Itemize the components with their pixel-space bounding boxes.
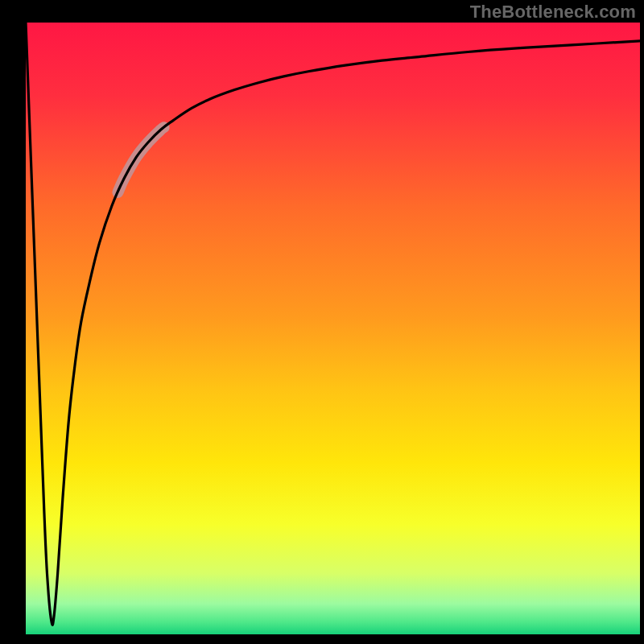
chart-container: TheBottleneck.com xyxy=(0,0,644,644)
plot-background-gradient xyxy=(26,23,640,634)
bottleneck-chart xyxy=(0,0,644,644)
